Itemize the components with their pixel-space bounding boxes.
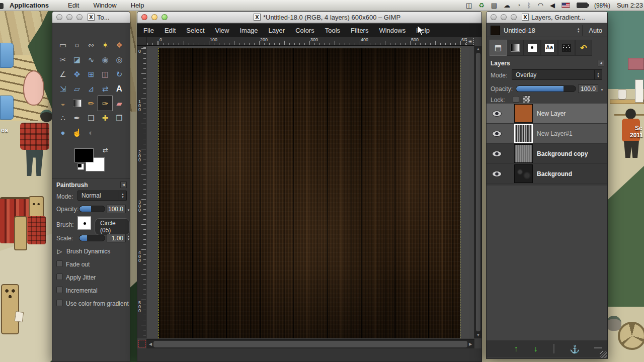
duplicate-layer-button[interactable] <box>553 344 554 353</box>
clock-icon[interactable]: ◔ <box>517 2 521 9</box>
close-button[interactable] <box>491 14 497 20</box>
vertical-ruler[interactable]: 0 100 200 300 400 500 <box>137 46 146 338</box>
image-window-titlebar[interactable]: X *Untitled-18.0 (RGB, 4 layers) 600x600… <box>137 12 481 23</box>
minimize-button[interactable] <box>501 14 507 20</box>
use-color-from-gradient-checkbox[interactable] <box>56 300 63 306</box>
menu-windows[interactable]: Windows <box>379 27 406 34</box>
zoom-button[interactable] <box>162 14 168 20</box>
blur-sharpen-tool[interactable]: ● <box>56 125 70 140</box>
scroll-right-arrow[interactable]: ▶ <box>468 342 473 346</box>
eraser-tool[interactable]: ▰ <box>112 96 126 111</box>
resize-grip[interactable] <box>600 351 607 358</box>
default-colors-icon[interactable] <box>77 163 84 170</box>
incremental-label[interactable]: Incremental <box>66 287 98 294</box>
menu-tools[interactable]: Tools <box>325 27 340 34</box>
smudge-tool[interactable]: ☝ <box>70 125 84 140</box>
menu-colors[interactable]: Colors <box>295 27 314 34</box>
layer-opacity-value[interactable]: 100.0 <box>578 84 598 93</box>
bluetooth-icon[interactable]: ᛒ <box>527 2 531 9</box>
measure-tool[interactable]: ∠ <box>56 67 70 81</box>
brush-name-button[interactable]: Circle (05) <box>95 218 130 235</box>
desktop-icon-label-left[interactable]: os <box>1 127 8 134</box>
tab-layers[interactable]: ▤ <box>490 40 507 56</box>
paintbrush-tool-selected[interactable]: ✑ <box>98 96 112 111</box>
perspective-tool[interactable]: ⊿ <box>84 81 98 96</box>
fade-out-checkbox[interactable] <box>56 260 63 267</box>
visibility-eye-icon[interactable] <box>493 111 501 116</box>
layer-name[interactable]: New Layer <box>537 110 566 117</box>
lock-alpha-icon[interactable] <box>523 96 530 103</box>
tab-gradients[interactable] <box>507 40 524 56</box>
visibility-eye-icon[interactable] <box>493 171 501 176</box>
desktop-icon-label-right-1[interactable]: Sc <box>635 125 642 132</box>
sync-icon[interactable]: ♻ <box>478 2 485 9</box>
fade-out-label[interactable]: Fade out <box>66 261 90 268</box>
layer-row-new-layer[interactable]: New Layer <box>487 104 607 124</box>
layer-name[interactable]: Background copy <box>537 150 588 157</box>
lower-layer-button[interactable]: ↓ <box>534 344 538 353</box>
pencil-tool[interactable]: ✏ <box>84 96 98 111</box>
layer-name[interactable]: Background <box>537 170 572 177</box>
brush-preview[interactable] <box>77 216 91 230</box>
layer-thumbnail[interactable] <box>514 164 533 183</box>
shear-tool[interactable]: ▱ <box>70 81 84 96</box>
layers-collapse-button[interactable]: ◂ <box>598 60 604 66</box>
select-by-color-tool[interactable]: ❖ <box>112 38 126 52</box>
paint-mode-dropdown[interactable]: Normal ▲▼ <box>77 191 127 201</box>
layer-row-background[interactable]: Background <box>487 164 607 184</box>
apple-menu-partial[interactable] <box>0 3 4 9</box>
menu-view[interactable]: View <box>215 27 229 34</box>
opacity-spinner[interactable]: ▼ <box>126 209 131 212</box>
opacity-value[interactable]: 100.0 <box>107 205 126 213</box>
swap-colors-icon[interactable]: ⇄ <box>103 146 108 154</box>
scale-value[interactable]: 1.00 <box>107 234 126 242</box>
layer-mode-dropdown[interactable]: Overlay ▲▼ <box>512 69 602 80</box>
battery-icon[interactable] <box>577 3 588 8</box>
menu-image[interactable]: Image <box>239 27 258 34</box>
blend-gradient-tool[interactable] <box>70 96 84 111</box>
brush-dynamics-expander[interactable]: Brush Dynamics <box>66 248 110 255</box>
layer-thumbnail[interactable] <box>514 104 533 123</box>
visibility-eye-icon[interactable] <box>493 131 501 136</box>
layer-opacity-slider[interactable] <box>516 85 576 92</box>
layer-opacity-spinner[interactable]: ▼ <box>599 88 605 92</box>
vertical-scrollbar[interactable]: ▲ ▼ <box>474 46 481 338</box>
scale-spinner[interactable]: ▲▼ <box>126 235 131 241</box>
foreground-select-tool[interactable]: ◪ <box>70 52 84 67</box>
menubar-item-help[interactable]: Help <box>126 2 149 9</box>
menu-file[interactable]: File <box>143 27 154 34</box>
free-select-tool[interactable]: ∾ <box>84 38 98 52</box>
incremental-checkbox[interactable] <box>56 287 63 293</box>
tab-fonts[interactable]: Aa <box>541 40 558 56</box>
crop-tool[interactable]: ◫ <box>98 67 112 81</box>
airbrush-tool[interactable]: ∴ <box>56 111 70 125</box>
use-color-from-gradient-label[interactable]: Use color from gradient <box>66 300 129 307</box>
menubar-clock[interactable]: Sun 2:23 <box>617 2 643 9</box>
zoom-follow-window-toggle[interactable]: ✳ <box>466 38 474 45</box>
desktop-icon-label-right-2[interactable]: 2011 <box>630 132 643 139</box>
tab-undo-history[interactable]: ↶ <box>575 40 592 56</box>
tab-brushes[interactable] <box>524 40 541 56</box>
image-selector-dropdown[interactable]: Untitled-18 <box>504 27 575 34</box>
layer-name[interactable]: New Layer#1 <box>537 130 573 137</box>
menu-edit[interactable]: Edit <box>165 27 176 34</box>
dodge-burn-tool[interactable]: ◐ <box>84 125 98 140</box>
bucket-fill-tool[interactable]: ◒ <box>56 96 70 111</box>
close-button[interactable] <box>141 14 147 20</box>
align-tool[interactable]: ⊞ <box>84 67 98 81</box>
lock-pixels-checkbox[interactable] <box>513 96 519 103</box>
scroll-left-arrow[interactable]: ◀ <box>148 342 153 346</box>
scroll-up-arrow[interactable]: ▲ <box>475 47 481 51</box>
scale-slider[interactable] <box>79 235 105 241</box>
apply-jitter-checkbox[interactable] <box>56 274 63 280</box>
menu-select[interactable]: Select <box>186 27 204 34</box>
scissors-select-tool[interactable]: ✂ <box>56 52 70 67</box>
fuzzy-select-tool[interactable]: ✶ <box>98 38 112 52</box>
toolbox-titlebar[interactable]: X To... <box>52 12 130 23</box>
visibility-eye-icon[interactable] <box>493 151 501 156</box>
layer-row-background-copy[interactable]: Background copy <box>487 144 607 164</box>
wifi-icon[interactable]: ◠ <box>538 2 543 9</box>
zoom-button[interactable] <box>76 14 83 20</box>
quick-mask-toggle[interactable] <box>138 340 146 347</box>
scale-tool[interactable]: ⇲ <box>56 81 70 96</box>
